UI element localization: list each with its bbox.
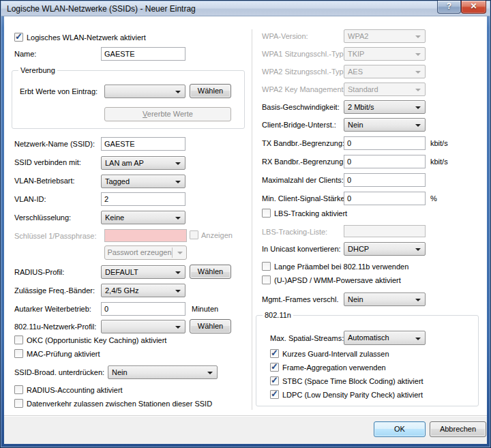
network-active-checkbox[interactable]: ✓ — [14, 33, 23, 42]
wpa1-session-key-combo: TKIP — [344, 47, 426, 61]
lbs-tracking-label: LBS-Tracking aktiviert — [274, 209, 347, 218]
mgmt-frames-label: Mgmt.-Frames verschl. — [262, 295, 338, 304]
vlan-mode-combo[interactable]: Tagged — [101, 175, 185, 188]
radius-profile-label: RADIUS-Profil: — [14, 268, 64, 277]
dropdown-arrow-icon — [175, 217, 181, 220]
basic-rate-label: Basis-Geschwindigkeit: — [262, 103, 340, 112]
unicast-convert-combo[interactable]: DHCP — [344, 242, 426, 256]
radius-accounting-checkbox[interactable] — [14, 385, 23, 394]
stbc-checkbox[interactable]: ✓ — [270, 376, 279, 385]
rx-limit-label: RX Bandbr.-Begrenzung: — [262, 158, 345, 166]
client-bridge-value: Nein — [348, 121, 363, 130]
ssid-connect-combo[interactable]: LAN am AP — [101, 156, 185, 170]
network-name-label: Netzwerk-Name (SSID): — [14, 140, 95, 149]
checkmark-icon: ✓ — [271, 375, 278, 385]
group-80211n-title: 802.11n — [263, 311, 293, 320]
max-clients-input[interactable] — [344, 173, 426, 187]
radius-choose-button[interactable]: Wählen — [190, 265, 231, 279]
wpa2-key-management-value: Standard — [348, 85, 378, 94]
dropdown-arrow-icon — [415, 106, 421, 109]
help-icon: ? — [447, 1, 451, 11]
lbs-tracking-checkbox[interactable] — [262, 209, 271, 218]
radius-profile-combo[interactable]: DEFAULT — [101, 265, 185, 279]
inherited-values-button: Vererbte Werte — [104, 107, 231, 121]
okc-checkbox[interactable] — [14, 335, 23, 344]
split-divider — [172, 248, 173, 258]
close-button[interactable]: ✕ — [461, 1, 486, 14]
long-preamble-label: Lange Präambel bei 802.11b verwenden — [274, 263, 408, 271]
checkmark-icon: ✓ — [15, 31, 23, 42]
ssid-broadcast-combo[interactable]: Nein — [108, 365, 218, 379]
inherit-from-combo[interactable] — [104, 85, 185, 98]
apsd-checkbox[interactable] — [262, 275, 271, 284]
frame-aggregation-checkbox[interactable]: ✓ — [270, 363, 279, 372]
dropdown-arrow-icon — [175, 271, 181, 274]
dialog-window: Logische WLAN-Netzwerke (SSIDs) - Neuer … — [0, 0, 491, 448]
inherit-choose-button[interactable]: Wählen — [190, 84, 231, 98]
spatial-streams-label: Max. Spatial-Streams: — [270, 334, 344, 343]
mac-check-checkbox[interactable] — [14, 349, 23, 358]
short-gi-checkbox[interactable]: ✓ — [270, 349, 279, 358]
network-profile-80211u-combo[interactable] — [101, 320, 185, 333]
freq-bands-combo[interactable]: 2,4/5 GHz — [101, 284, 185, 297]
client-bridge-combo[interactable]: Nein — [344, 118, 426, 132]
show-passphrase-label: Anzeigen — [201, 231, 233, 240]
dropdown-arrow-icon — [415, 89, 421, 91]
ssid-connect-label: SSID verbinden mit: — [14, 158, 81, 167]
tx-limit-unit: kbit/s — [430, 139, 448, 148]
wpa2-session-key-label: WPA2 Sitzungsschl.-Typ: — [262, 68, 346, 76]
wpa2-key-management-label: WPA2 Key Management: — [262, 85, 346, 94]
unicast-convert-label: In Unicast konvertieren: — [262, 245, 341, 254]
dropdown-arrow-icon — [175, 326, 181, 329]
client-bridge-label: Client-Bridge-Unterst.: — [262, 121, 336, 130]
inherit-from-label: Erbt Werte von Eintrag: — [20, 87, 98, 96]
radius-accounting-label: RADIUS-Accounting aktiviert — [27, 386, 123, 395]
show-passphrase-checkbox — [190, 230, 198, 239]
checkmark-icon: ✓ — [271, 361, 278, 372]
ldpc-label: LDPC (Low Density Parity Check) aktivier… — [282, 391, 423, 400]
lbs-tracking-list-label: LBS-Tracking-Liste: — [262, 228, 327, 237]
mac-check-label: MAC-Prüfung aktiviert — [27, 350, 100, 359]
ldpc-checkbox[interactable]: ✓ — [270, 390, 279, 399]
titlebar[interactable]: Logische WLAN-Netzwerke (SSIDs) - Neuer … — [1, 1, 490, 16]
dropdown-arrow-icon — [415, 299, 421, 301]
network-active-label: Logisches WLAN-Netzwerk aktiviert — [27, 33, 146, 42]
tx-limit-label: TX Bandbr.-Begrenzung: — [262, 139, 344, 148]
spatial-streams-combo[interactable]: Automatisch — [344, 331, 426, 345]
encryption-combo[interactable]: Keine — [101, 211, 185, 224]
unicast-convert-value: DHCP — [348, 245, 369, 254]
okc-label: OKC (Opportunistic Key Caching) aktivier… — [27, 336, 166, 345]
vlan-mode-value: Tagged — [105, 177, 130, 186]
apsd-label: (U-)APSD / WMM-Powersave aktiviert — [274, 276, 401, 285]
long-preamble-checkbox[interactable] — [262, 262, 271, 271]
tx-limit-input[interactable] — [344, 136, 426, 150]
cancel-button[interactable]: Abbrechen — [430, 421, 486, 437]
vlan-id-input[interactable] — [101, 192, 185, 206]
lbs-tracking-list-input — [344, 225, 426, 237]
ssid-broadcast-label: SSID-Broad. unterdrücken: — [14, 368, 104, 377]
wpa-version-label: WPA-Version: — [262, 32, 308, 41]
help-button[interactable]: ? — [437, 1, 461, 14]
min-client-signal-label: Min. Client-Signal-Stärke: — [262, 194, 347, 203]
dropdown-arrow-icon — [415, 338, 421, 340]
basic-rate-combo[interactable]: 2 Mbit/s — [344, 100, 426, 114]
encryption-label: Verschlüsselung: — [14, 213, 71, 222]
short-gi-label: Kurzes Guard-Intervall zulassen — [282, 350, 389, 359]
ok-button[interactable]: OK — [374, 421, 426, 437]
rx-limit-input[interactable] — [344, 155, 426, 168]
freq-bands-value: 2,4/5 GHz — [105, 286, 139, 295]
min-client-signal-input[interactable] — [344, 192, 426, 205]
network-name-input[interactable] — [101, 137, 185, 151]
interstation-traffic-checkbox[interactable] — [14, 399, 23, 408]
encryption-value: Keine — [105, 213, 124, 222]
wpa-version-value: WPA2 — [348, 32, 368, 41]
mgmt-frames-combo[interactable]: Nein — [344, 293, 426, 306]
name-input[interactable] — [101, 47, 185, 61]
network-profile-choose-button[interactable]: Wählen — [190, 319, 231, 333]
standalone-input[interactable] — [101, 302, 185, 316]
wpa2-session-key-value: AES — [348, 68, 363, 76]
ssid-connect-value: LAN am AP — [105, 159, 144, 168]
vlan-id-label: VLAN-ID: — [14, 195, 46, 204]
name-label: Name: — [14, 50, 36, 59]
passphrase-label: Schlüssel 1/Passphrase: — [14, 232, 96, 241]
